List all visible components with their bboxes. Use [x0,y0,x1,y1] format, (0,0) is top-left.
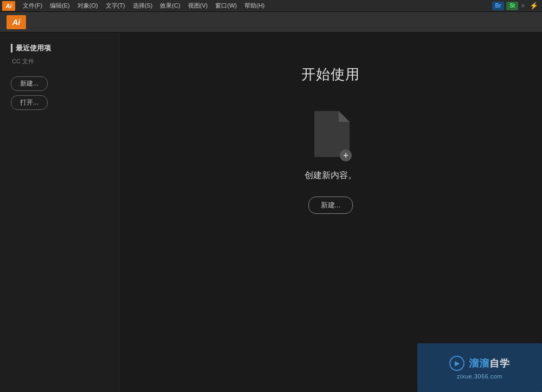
menu-edit[interactable]: 编辑(E) [47,1,73,11]
stock-badge[interactable]: St [506,2,518,10]
menu-select[interactable]: 选择(S) [130,1,156,11]
recent-header: 最近使用项 [11,43,108,53]
recent-title: 最近使用项 [16,43,51,53]
start-title: 开始使用 [301,65,360,84]
menubar-right: Br St ≡ ⚡ [492,2,540,10]
menu-view[interactable]: 视图(V) [185,1,211,11]
menu-window[interactable]: 窗口(W) [212,1,240,11]
menubar-items: 文件(F) 编辑(E) 对象(O) 文字(T) 选择(S) 效果(C) 视图(V… [20,1,492,11]
left-panel: 最近使用项 CC 文件 新建... 打开... [0,32,119,392]
create-label: 创建新内容。 [305,170,357,181]
doc-plus-icon: + [340,149,352,161]
main-area: 最近使用项 CC 文件 新建... 打开... 开始使用 + 创建新内容。 新建… [0,32,542,392]
open-button-left[interactable]: 打开... [11,95,48,110]
menu-file[interactable]: 文件(F) [20,1,46,11]
recent-bar-decoration [11,44,12,53]
toolbar: Ai [0,12,542,32]
menu-effect[interactable]: 效果(C) [157,1,183,11]
menu-object[interactable]: 对象(O) [74,1,101,11]
menu-text[interactable]: 文字(T) [102,1,128,11]
watermark-top: ▶ 溜溜自学 [449,356,510,371]
app-logo-small: Ai [2,1,15,11]
app-logo-toolbar: Ai [7,15,26,29]
toolbar-extra-icon[interactable]: ⚡ [528,2,540,10]
watermark-brand: 溜溜自学 [469,357,510,370]
menubar: Ai 文件(F) 编辑(E) 对象(O) 文字(T) 选择(S) 效果(C) 视… [0,0,542,12]
doc-icon-wrapper: + [312,111,350,159]
watermark-badge: ▶ 溜溜自学 zixue.3066.com [417,343,542,392]
menu-help[interactable]: 帮助(H) [241,1,268,11]
watermark-url: zixue.3066.com [457,373,502,380]
new-button-left[interactable]: 新建... [11,76,48,91]
cc-files-label: CC 文件 [12,57,108,66]
new-button-main[interactable]: 新建... [308,197,353,214]
separator: ≡ [520,3,526,9]
play-icon: ▶ [449,356,464,371]
bridge-badge[interactable]: Br [492,2,504,10]
right-panel: 开始使用 + 创建新内容。 新建... [119,32,542,392]
